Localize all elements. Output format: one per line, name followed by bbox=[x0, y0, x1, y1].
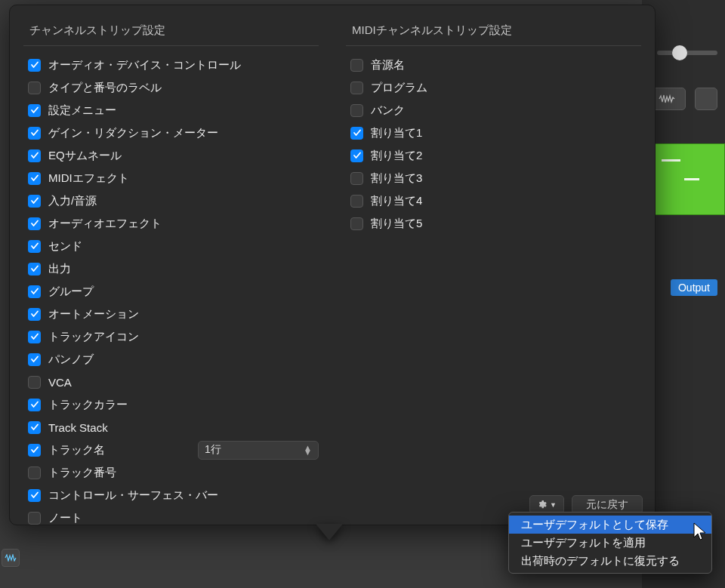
dropdown-item[interactable]: 出荷時のデフォルトに復元する bbox=[509, 552, 711, 570]
dropdown-item[interactable]: ユーザデフォルトとして保存 bbox=[509, 516, 711, 534]
option-row: トラックアイコン bbox=[23, 325, 319, 348]
option-label: オーディオ・デバイス・コントロール bbox=[48, 58, 241, 72]
checkbox[interactable] bbox=[350, 127, 363, 140]
left-column: チャンネルストリップ設定 オーディオ・デバイス・コントロールタイプと番号のラベル… bbox=[10, 17, 332, 513]
option-label: EQサムネール bbox=[48, 149, 122, 163]
option-label: 入力/音源 bbox=[48, 194, 97, 208]
checkbox[interactable] bbox=[350, 149, 363, 162]
chevron-down-icon: ▼ bbox=[550, 501, 557, 509]
output-tag[interactable]: Output bbox=[671, 279, 717, 296]
option-row: 割り当て1 bbox=[346, 122, 641, 144]
option-row: センド bbox=[23, 235, 319, 257]
option-row: バンク bbox=[346, 99, 641, 122]
option-label: 音源名 bbox=[371, 58, 405, 72]
dropdown-item[interactable]: ユーザデフォルトを適用 bbox=[509, 534, 711, 552]
overflow-button[interactable] bbox=[695, 88, 717, 110]
option-row: 入力/音源 bbox=[23, 189, 319, 212]
checkbox[interactable] bbox=[28, 444, 41, 457]
option-row: VCA bbox=[23, 371, 319, 393]
updown-icon: ▲▼ bbox=[304, 445, 312, 454]
option-row: MIDIエフェクト bbox=[23, 167, 319, 189]
option-label: トラック番号 bbox=[48, 466, 116, 480]
option-label: パンノブ bbox=[48, 352, 94, 367]
option-row: オートメーション bbox=[23, 303, 319, 325]
checkbox[interactable] bbox=[28, 331, 41, 343]
gear-dropdown-menu: ユーザデフォルトとして保存ユーザデフォルトを適用出荷時のデフォルトに復元する bbox=[508, 512, 712, 574]
checkbox[interactable] bbox=[28, 59, 41, 72]
zoom-slider[interactable] bbox=[657, 45, 717, 60]
option-row: ノート bbox=[23, 506, 319, 529]
option-label: ノート bbox=[48, 511, 82, 525]
option-row: ゲイン・リダクション・メーター bbox=[23, 122, 319, 144]
right-section-title: MIDIチャンネルストリップ設定 bbox=[346, 17, 641, 46]
option-label: ゲイン・リダクション・メーター bbox=[48, 126, 218, 140]
checkbox[interactable] bbox=[28, 217, 41, 230]
popover-tail bbox=[316, 524, 343, 540]
option-label: 割り当て5 bbox=[371, 217, 422, 231]
checkbox[interactable] bbox=[28, 263, 41, 276]
gear-icon bbox=[537, 500, 547, 509]
option-label: 割り当て4 bbox=[371, 194, 422, 208]
checkbox[interactable] bbox=[28, 466, 41, 479]
option-label: センド bbox=[48, 239, 82, 254]
option-label: コントロール・サーフェス・バー bbox=[48, 488, 218, 503]
option-row: 割り当て4 bbox=[346, 189, 641, 212]
option-label: オーディオエフェクト bbox=[48, 217, 162, 231]
option-label: 割り当て2 bbox=[371, 149, 422, 163]
waveform-icon[interactable] bbox=[2, 549, 20, 567]
left-section-title: チャンネルストリップ設定 bbox=[23, 17, 319, 46]
checkbox[interactable] bbox=[350, 82, 363, 94]
option-label: 設定メニュー bbox=[48, 103, 116, 118]
option-row: オーディオエフェクト bbox=[23, 212, 319, 235]
option-label: 割り当て3 bbox=[371, 171, 422, 186]
checkbox[interactable] bbox=[28, 172, 41, 185]
option-label: Track Stack bbox=[48, 421, 108, 434]
option-row: プログラム bbox=[346, 76, 641, 99]
option-label: バンク bbox=[371, 103, 405, 118]
channel-strip-settings-popover: チャンネルストリップ設定 オーディオ・デバイス・コントロールタイプと番号のラベル… bbox=[9, 5, 656, 525]
option-row: 割り当て2 bbox=[346, 144, 641, 167]
checkbox[interactable] bbox=[350, 59, 363, 72]
checkbox[interactable] bbox=[28, 82, 41, 94]
option-row: EQサムネール bbox=[23, 144, 319, 167]
option-label: プログラム bbox=[371, 81, 427, 95]
option-row: 割り当て3 bbox=[346, 167, 641, 189]
option-label: オートメーション bbox=[48, 307, 139, 322]
option-row: 設定メニュー bbox=[23, 99, 319, 122]
option-label: トラックカラー bbox=[48, 398, 128, 412]
option-row: Track Stack bbox=[23, 416, 319, 439]
option-label: タイプと番号のラベル bbox=[48, 81, 162, 95]
option-row: オーディオ・デバイス・コントロール bbox=[23, 54, 319, 76]
option-label: トラックアイコン bbox=[48, 330, 139, 344]
checkbox[interactable] bbox=[28, 195, 41, 208]
checkbox[interactable] bbox=[28, 308, 41, 321]
checkbox[interactable] bbox=[350, 104, 363, 117]
option-row: トラックカラー bbox=[23, 393, 319, 416]
right-column: MIDIチャンネルストリップ設定 音源名プログラムバンク割り当て1割り当て2割り… bbox=[332, 17, 655, 513]
checkbox[interactable] bbox=[350, 195, 363, 208]
checkbox[interactable] bbox=[28, 149, 41, 162]
checkbox[interactable] bbox=[28, 399, 41, 411]
option-row: 音源名 bbox=[346, 54, 641, 76]
checkbox[interactable] bbox=[28, 285, 41, 298]
checkbox[interactable] bbox=[28, 104, 41, 117]
option-row: グループ bbox=[23, 280, 319, 303]
midi-region[interactable] bbox=[649, 143, 725, 215]
checkbox[interactable] bbox=[28, 353, 41, 366]
checkbox[interactable] bbox=[28, 421, 41, 434]
option-label: 割り当て1 bbox=[371, 126, 422, 140]
option-row: トラック名1行▲▼ bbox=[23, 439, 319, 461]
track-name-lines-select[interactable]: 1行▲▼ bbox=[198, 441, 319, 460]
option-label: VCA bbox=[48, 376, 72, 389]
checkbox[interactable] bbox=[350, 217, 363, 230]
checkbox[interactable] bbox=[28, 127, 41, 140]
checkbox[interactable] bbox=[28, 240, 41, 253]
checkbox[interactable] bbox=[350, 172, 363, 185]
option-row: トラック番号 bbox=[23, 461, 319, 484]
checkbox[interactable] bbox=[28, 489, 41, 502]
option-label: グループ bbox=[48, 285, 94, 299]
option-row: パンノブ bbox=[23, 348, 319, 371]
checkbox[interactable] bbox=[28, 512, 41, 525]
option-label: 出力 bbox=[48, 262, 71, 276]
checkbox[interactable] bbox=[28, 376, 41, 389]
